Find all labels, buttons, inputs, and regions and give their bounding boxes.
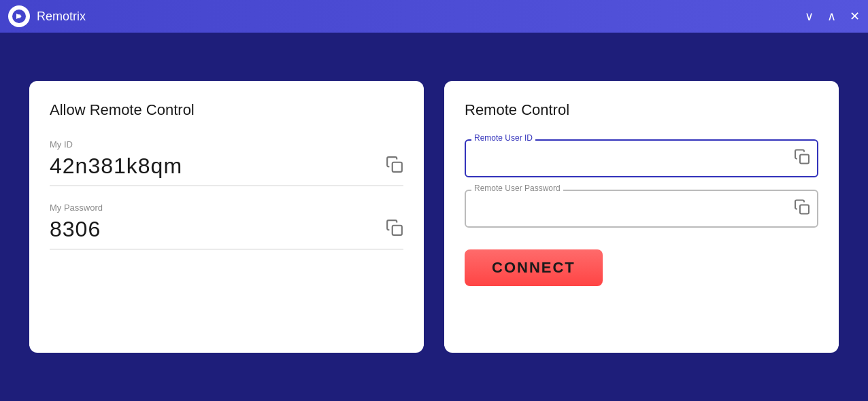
copy-remote-id-icon: [794, 149, 810, 165]
my-password-value: 8306: [50, 217, 101, 242]
remote-control-title: Remote Control: [465, 101, 818, 119]
titlebar-left: Remotrix: [8, 5, 86, 27]
my-id-value: 42n381k8qm: [50, 154, 182, 179]
connect-button[interactable]: CONNECT: [465, 249, 603, 286]
copy-id-button[interactable]: [386, 156, 403, 177]
maximize-button[interactable]: ∧: [827, 10, 836, 22]
remote-user-password-group: Remote User Password: [465, 190, 818, 228]
remote-user-id-label: Remote User ID: [471, 133, 535, 143]
svg-rect-3: [393, 225, 402, 234]
my-id-row: 42n381k8qm: [50, 154, 403, 186]
close-button[interactable]: ✕: [850, 10, 860, 22]
app-logo: [8, 5, 30, 27]
copy-remote-password-icon: [794, 199, 810, 215]
remote-user-id-input[interactable]: [465, 139, 818, 177]
svg-rect-4: [800, 155, 809, 164]
svg-rect-5: [800, 205, 809, 214]
minimize-button[interactable]: ∨: [805, 10, 814, 22]
remote-user-password-label: Remote User Password: [471, 184, 563, 193]
copy-remote-password-button[interactable]: [794, 199, 810, 219]
titlebar: Remotrix ∨ ∧ ✕: [0, 0, 868, 33]
titlebar-controls: ∨ ∧ ✕: [805, 10, 860, 22]
copy-id-icon: [386, 156, 403, 173]
main-content: Allow Remote Control My ID 42n381k8qm My…: [0, 33, 868, 401]
svg-point-1: [17, 14, 21, 18]
svg-rect-2: [393, 162, 402, 171]
copy-password-button[interactable]: [386, 219, 403, 241]
copy-remote-id-button[interactable]: [794, 149, 810, 169]
remote-user-password-input[interactable]: [465, 190, 818, 228]
my-password-label: My Password: [50, 203, 403, 213]
remote-user-id-group: Remote User ID: [465, 139, 818, 177]
allow-remote-control-title: Allow Remote Control: [50, 101, 403, 119]
app-title: Remotrix: [37, 10, 86, 24]
copy-password-icon: [386, 219, 403, 237]
allow-remote-control-card: Allow Remote Control My ID 42n381k8qm My…: [29, 81, 424, 353]
my-password-row: 8306: [50, 217, 403, 249]
remote-control-card: Remote Control Remote User ID Remote Use…: [444, 81, 839, 353]
my-id-label: My ID: [50, 139, 403, 150]
